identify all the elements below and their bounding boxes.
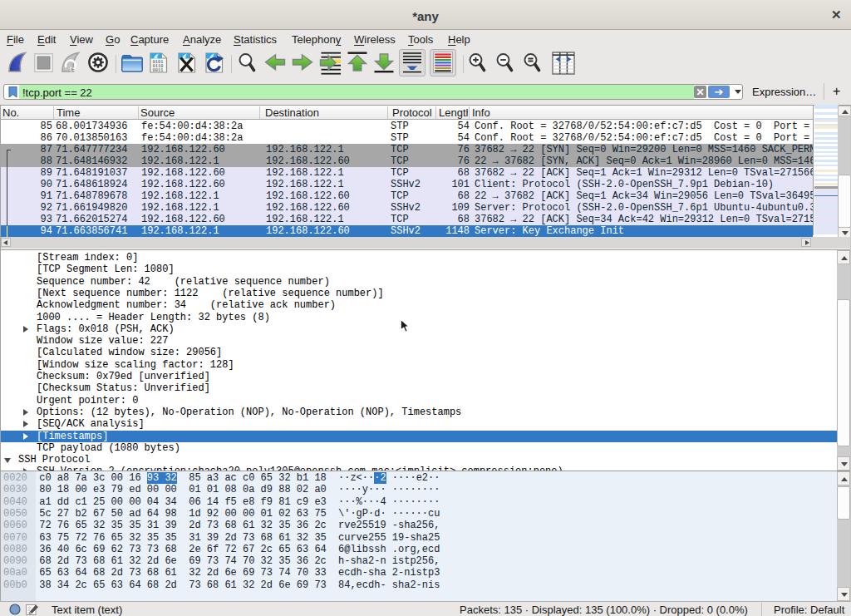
svg-text:0011: 0011 [153,68,164,73]
